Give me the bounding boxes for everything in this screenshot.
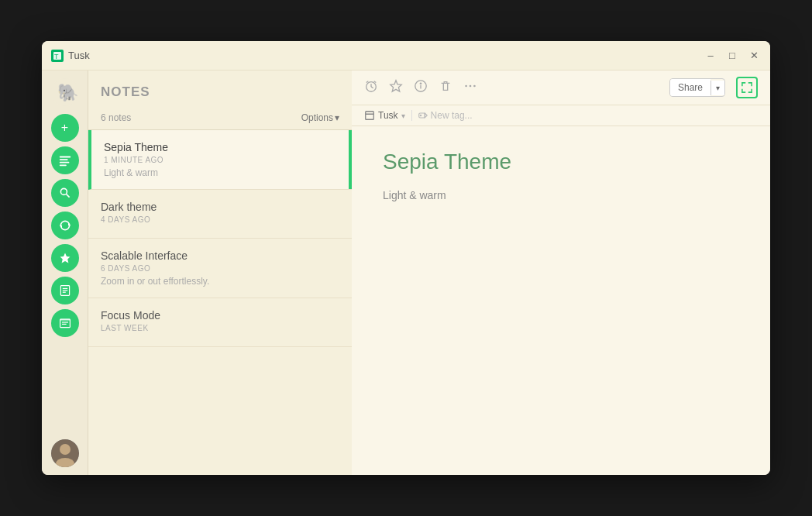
editor-toolbar: Share ▾ — [352, 71, 770, 105]
note-item-scalable[interactable]: Scalable Interface 6 DAYS AGO Zoom in or… — [88, 239, 352, 298]
svg-rect-5 — [59, 159, 67, 160]
svg-marker-12 — [60, 253, 70, 263]
svg-point-8 — [60, 188, 67, 194]
svg-rect-7 — [59, 164, 66, 166]
window-controls: – □ ✕ — [704, 49, 761, 63]
svg-rect-19 — [62, 322, 68, 322]
sidebar: 🐘 + — [42, 71, 88, 475]
user-avatar[interactable] — [51, 439, 79, 467]
all-notes-button[interactable] — [51, 277, 79, 304]
titlebar: T Tusk – □ ✕ — [42, 41, 770, 71]
info-icon[interactable] — [414, 79, 428, 96]
note-item-preview: Light & warm — [104, 167, 339, 178]
notes-options-button[interactable]: Options ▾ — [301, 112, 339, 123]
tag-separator — [411, 110, 412, 121]
notes-list-button[interactable] — [51, 146, 79, 174]
notebooks-button[interactable] — [51, 309, 79, 337]
minimize-button[interactable]: – — [704, 49, 717, 63]
note-item-preview: Zoom in or out effortlessly. — [101, 276, 339, 287]
note-body[interactable]: Light & warm — [383, 187, 739, 204]
add-note-button[interactable]: + — [51, 114, 79, 142]
notes-header: NOTES — [88, 71, 352, 106]
svg-point-35 — [473, 85, 476, 88]
svg-point-22 — [60, 444, 71, 455]
editor-content: Sepia Theme Light & warm — [352, 126, 770, 475]
svg-text:🐘: 🐘 — [57, 82, 79, 103]
notes-count: 6 notes — [101, 112, 131, 123]
note-item-sepia[interactable]: Sepia Theme 1 MINUTE AGO Light & warm — [88, 130, 352, 190]
svg-rect-16 — [62, 292, 65, 293]
svg-rect-36 — [366, 112, 374, 120]
tag-bar: Tusk ▾ New tag... — [352, 105, 770, 126]
svg-rect-4 — [59, 157, 70, 158]
close-button[interactable]: ✕ — [747, 49, 761, 63]
trash-icon[interactable] — [439, 79, 452, 96]
main-layout: 🐘 + — [42, 71, 770, 475]
note-item-title: Scalable Interface — [101, 249, 339, 262]
svg-rect-15 — [62, 290, 67, 291]
note-item-date: 4 DAYS AGO — [101, 215, 339, 224]
note-item-date: 1 MINUTE AGO — [104, 156, 339, 164]
note-item-date: 6 DAYS AGO — [101, 264, 339, 273]
note-item-date: LAST WEEK — [101, 324, 339, 332]
maximize-button[interactable]: □ — [725, 49, 739, 63]
svg-rect-18 — [60, 318, 70, 320]
starred-button[interactable] — [51, 244, 79, 272]
svg-line-26 — [371, 87, 373, 88]
note-editor: Share ▾ — [352, 71, 770, 475]
svg-rect-6 — [59, 162, 69, 163]
search-button[interactable] — [51, 179, 79, 207]
svg-point-40 — [420, 115, 421, 116]
scroll-indicator — [349, 130, 352, 189]
notes-panel-title: NOTES — [101, 84, 150, 99]
share-chevron-icon[interactable]: ▾ — [710, 81, 724, 95]
note-item-title: Dark theme — [101, 201, 339, 213]
svg-marker-29 — [391, 81, 401, 91]
note-item-focus[interactable]: Focus Mode LAST WEEK — [88, 298, 352, 347]
alarm-icon[interactable] — [364, 79, 378, 96]
more-icon[interactable] — [463, 79, 477, 96]
svg-line-9 — [66, 194, 69, 198]
star-icon[interactable] — [389, 79, 403, 96]
svg-rect-14 — [62, 288, 67, 289]
app-title: Tusk — [68, 50, 704, 61]
share-button[interactable]: Share ▾ — [669, 78, 725, 97]
notes-meta: 6 notes Options ▾ — [88, 106, 352, 130]
app-logo: T — [51, 50, 64, 62]
svg-point-33 — [465, 85, 467, 88]
note-list: Sepia Theme 1 MINUTE AGO Light & warm Da… — [88, 130, 352, 475]
add-tag-button[interactable]: New tag... — [418, 110, 473, 121]
expand-button[interactable] — [736, 77, 758, 98]
svg-point-34 — [470, 85, 472, 88]
svg-rect-20 — [62, 324, 67, 325]
notes-panel: NOTES 6 notes Options ▾ Sepia Theme 1 MI… — [88, 71, 352, 475]
svg-text:T: T — [54, 53, 59, 60]
note-title[interactable]: Sepia Theme — [383, 150, 739, 174]
note-item-title: Sepia Theme — [104, 141, 339, 153]
evernote-icon[interactable]: 🐘 — [51, 78, 79, 106]
note-item-title: Focus Mode — [101, 309, 339, 322]
note-item-dark[interactable]: Dark theme 4 DAYS AGO — [88, 190, 352, 239]
app-window: T Tusk – □ ✕ 🐘 + — [42, 41, 770, 475]
svg-point-32 — [420, 83, 421, 84]
notebook-selector[interactable]: Tusk ▾ — [364, 110, 405, 121]
sync-button[interactable] — [51, 212, 79, 239]
svg-marker-39 — [425, 113, 427, 118]
